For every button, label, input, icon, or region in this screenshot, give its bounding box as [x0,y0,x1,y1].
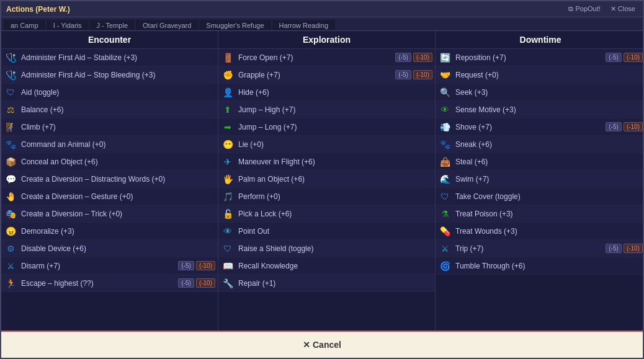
action-label: Conceal an Object (+6) [21,157,215,166]
action-badge[interactable]: (-5) [395,53,411,62]
action-icon: 🤝 [438,68,452,82]
action-badge[interactable]: (-5) [178,261,194,270]
action-label: Take Cover (toggle) [455,192,643,201]
tab-0[interactable]: an Camp [4,20,45,30]
action-label: Lie (+0) [238,140,432,149]
action-badge[interactable]: (-10) [624,53,643,62]
action-icon: 😠 [4,224,17,238]
action-icon: ⚙ [4,242,17,255]
action-row[interactable]: 🩺Administer First Aid – Stop Bleeding (+… [1,66,218,84]
action-icon: ⚔ [4,259,17,273]
action-row[interactable]: 😠Demoralize (+3) [1,223,218,240]
action-badge[interactable]: (-10) [413,70,432,79]
action-badge[interactable]: (-10) [196,261,215,270]
popout-button[interactable]: ⧉ PopOut! [566,4,602,14]
action-badge[interactable]: (-5) [606,244,622,253]
action-badge[interactable]: (-10) [624,122,643,131]
action-row[interactable]: 🎵Perform (+0) [218,188,435,205]
action-row[interactable]: 🤝Request (+0) [436,66,643,84]
action-row[interactable]: 👁Sense Motive (+3) [436,101,643,118]
tabs-bar: an CampI - YidarisJ - TempleOtari Gravey… [1,17,643,31]
action-label: Reposition (+7) [455,53,604,62]
action-row[interactable]: 🎭Create a Diversion – Trick (+0) [1,205,218,223]
action-icon: ✊ [221,68,235,82]
action-row[interactable]: ⬆Jump – High (+7) [218,101,435,118]
action-label: Create a Diversion – Trick (+0) [21,210,215,218]
action-icon: 💬 [4,172,17,186]
action-badge[interactable]: (-10) [413,53,432,62]
action-row[interactable]: 👤Hide (+6) [218,84,435,101]
tab-2[interactable]: J - Temple [90,20,135,30]
action-row[interactable]: 🏃Escape – highest (??)(-5)(-10) [1,275,218,292]
tab-4[interactable]: Smuggler's Refuge [199,20,271,30]
action-row[interactable]: 🖐Palm an Object (+6) [218,171,435,188]
action-row[interactable]: ⚔Trip (+7)(-5)(-10) [436,240,643,257]
action-row[interactable]: 🤚Create a Diversion – Gesture (+0) [1,188,218,205]
action-row[interactable]: 🛡Aid (toggle) [1,84,218,101]
action-row[interactable]: 🔍Seek (+3) [436,84,643,101]
action-label: Raise a Shield (toggle) [238,244,432,253]
action-icon: 🐾 [438,138,452,151]
cancel-button[interactable]: ✕ Cancel [303,340,341,350]
columns-header: EncounterExplorationDowntime [1,31,643,49]
column-exploration: 🚪Force Open (+7)(-5)(-10)✊Grapple (+7)(-… [218,49,436,330]
content-area: 🩺Administer First Aid – Stabilize (+3)🩺A… [1,49,643,330]
action-row[interactable]: 👁Point Out [218,223,435,240]
tab-1[interactable]: I - Yidaris [47,20,89,30]
action-row[interactable]: ➡Jump – Long (+7) [218,118,435,136]
action-row[interactable]: 😶Lie (+0) [218,136,435,153]
action-row[interactable]: ✊Grapple (+7)(-5)(-10) [218,66,435,84]
action-icon: 🚪 [221,51,235,64]
close-button[interactable]: ✕ Close [608,4,638,14]
action-icon: 💊 [438,224,452,238]
tab-3[interactable]: Otari Graveyard [136,20,198,30]
action-row[interactable]: 💊Treat Wounds (+3) [436,223,643,240]
action-label: Hide (+6) [238,88,432,97]
action-row[interactable]: 🛡Raise a Shield (toggle) [218,240,435,257]
action-label: Demoralize (+3) [21,227,215,236]
action-row[interactable]: ⚗Treat Poison (+3) [436,205,643,223]
action-row[interactable]: ⚖Balance (+6) [1,101,218,118]
action-row[interactable]: 💨Shove (+7)(-5)(-10) [436,118,643,136]
action-badge[interactable]: (-5) [606,53,622,62]
action-label: Trip (+7) [455,244,604,253]
action-label: Disable Device (+6) [21,244,215,253]
action-badge[interactable]: (-5) [178,278,194,288]
action-badge[interactable]: (-5) [606,122,622,131]
action-label: Treat Wounds (+3) [455,227,643,236]
action-label: Climb (+7) [21,123,215,131]
action-row[interactable]: ⚔Disarm (+7)(-5)(-10) [1,257,218,275]
action-label: Command an Animal (+0) [21,140,215,149]
action-label: Grapple (+7) [238,71,393,79]
action-row[interactable]: 🔧Repair (+1) [218,275,435,292]
action-label: Repair (+1) [238,279,432,288]
action-row[interactable]: 🌊Swim (+7) [436,171,643,188]
action-badge[interactable]: (-5) [395,70,411,79]
action-row[interactable]: 📦Conceal an Object (+6) [1,153,218,171]
action-row[interactable]: 🔓Pick a Lock (+6) [218,205,435,223]
tab-5[interactable]: Harrow Reading [272,20,335,30]
action-row[interactable]: 🛡Take Cover (toggle) [436,188,643,205]
action-badge[interactable]: (-10) [196,278,215,288]
action-label: Jump – Long (+7) [238,123,432,131]
action-icon: 🛡 [438,190,452,203]
action-label: Escape – highest (??) [21,279,176,288]
action-badge[interactable]: (-10) [624,244,643,253]
action-row[interactable]: 🐾Sneak (+6) [436,136,643,153]
action-row[interactable]: ⚙Disable Device (+6) [1,240,218,257]
action-row[interactable]: 🚪Force Open (+7)(-5)(-10) [218,49,435,66]
action-row[interactable]: 👜Steal (+6) [436,153,643,171]
action-label: Create a Diversion – Gesture (+0) [21,192,215,201]
col-header-downtime: Downtime [436,31,644,48]
action-row[interactable]: 🩺Administer First Aid – Stabilize (+3) [1,49,218,66]
action-icon: 🩺 [4,51,17,64]
action-row[interactable]: 📖Recall Knowledge [218,257,435,275]
action-row[interactable]: ✈Maneuver in Flight (+6) [218,153,435,171]
action-row[interactable]: 🔄Reposition (+7)(-5)(-10) [436,49,643,66]
action-row[interactable]: 🧗Climb (+7) [1,118,218,136]
action-icon: 🧗 [4,120,17,134]
action-row[interactable]: 🐾Command an Animal (+0) [1,136,218,153]
action-row[interactable]: 🌀Tumble Through (+6) [436,257,643,275]
action-icon: 👁 [438,103,452,117]
action-row[interactable]: 💬Create a Diversion – Distracting Words … [1,171,218,188]
